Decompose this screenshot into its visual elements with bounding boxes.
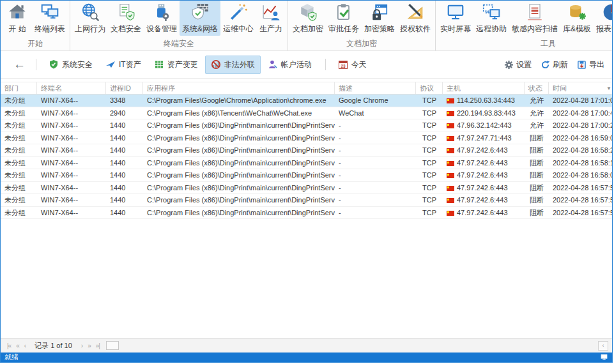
refresh-label: 刷新	[553, 59, 568, 70]
tab-account-activity[interactable]: 帐户活动	[262, 56, 318, 74]
cell-protocol: TCP	[416, 95, 443, 107]
illegal-connection-icon	[211, 59, 221, 70]
cell-protocol: TCP	[416, 207, 443, 219]
table-row[interactable]: 未分组WIN7-X64--1440C:\Program Files (x86)\…	[1, 207, 612, 220]
tab-asset-change[interactable]: 资产变更	[148, 56, 204, 74]
ribbon: 开 始 终端列表 开始 上网行为 文档安全	[1, 1, 612, 51]
ribbon-button-approval-task[interactable]: 审批任务	[326, 1, 362, 36]
ribbon-button-encrypt-policy[interactable]: 加密策略	[362, 1, 397, 36]
column-header-terminal[interactable]: 终端名	[37, 82, 106, 94]
cell-host: 47.97.242.6:443	[443, 169, 525, 181]
separator	[36, 59, 36, 70]
ribbon-button-realtime-screen[interactable]: 实时屏幕	[438, 1, 473, 36]
ribbon-button-remote-assist[interactable]: 远程协助	[473, 1, 509, 36]
ribbon-button-label: 上网行为	[75, 24, 105, 34]
ribbon-button-terminal-list[interactable]: 终端列表	[32, 1, 68, 36]
ribbon-button-label: 运维中心	[223, 24, 254, 34]
cell-terminal: WIN7-X64--	[37, 207, 106, 219]
cell-desc: -	[335, 132, 416, 144]
cell-protocol: TCP	[416, 157, 443, 169]
cell-host: 220.194.93.83:443	[443, 107, 525, 119]
data-grid: 部门 终端名 进程ID 应用程序 描述 协议 主机 状态 时间▼ 未分组WIN7…	[1, 79, 612, 362]
column-header-host[interactable]: 主机	[443, 82, 525, 94]
tab-system-security[interactable]: 系统安全	[43, 56, 98, 74]
ribbon-group-tools: 实时屏幕 远程协助 敏感内容扫描 库&模板 报表中心	[436, 1, 613, 50]
ribbon-button-licensed-software[interactable]: 授权软件	[397, 1, 433, 36]
pager-next-button[interactable]: ›	[79, 342, 85, 349]
pager-prev-button[interactable]: ‹	[22, 342, 28, 349]
pager-record-text: 记录 1 of 10	[35, 341, 72, 351]
china-flag-icon	[447, 173, 454, 178]
cell-time: 2022-04-28 16:58:01	[549, 169, 612, 181]
cell-terminal: WIN7-X64--	[37, 169, 106, 181]
china-flag-icon	[447, 98, 454, 103]
cell-time: 2022-04-28 16:57:54	[549, 194, 612, 206]
table-row[interactable]: 未分组WIN7-X64--3348C:\Program Files\Google…	[1, 95, 612, 107]
tab-illegal-connection[interactable]: 非法外联	[205, 56, 261, 74]
settings-button[interactable]: 设置	[504, 59, 532, 70]
column-header-status[interactable]: 状态	[525, 82, 549, 94]
ribbon-button-sensitive-scan[interactable]: 敏感内容扫描	[509, 1, 560, 36]
back-button[interactable]: ←	[10, 57, 29, 72]
table-row[interactable]: 未分组WIN7-X64--1440C:\Program Files (x86)\…	[1, 194, 612, 207]
cell-time: 2022-04-28 16:57:56	[549, 182, 612, 194]
system-network-icon	[190, 3, 210, 22]
pager-edit-box[interactable]	[106, 341, 119, 350]
table-row[interactable]: 未分组WIN7-X64--1440C:\Program Files (x86)\…	[1, 157, 612, 170]
cell-time: 2022-04-28 16:58:10	[549, 157, 612, 169]
ribbon-button-device-mgmt[interactable]: 设备管理	[144, 1, 180, 36]
column-header-time[interactable]: 时间▼	[549, 82, 612, 94]
ribbon-button-library-template[interactable]: 库&模板	[560, 1, 594, 36]
ribbon-button-label: 远程协助	[476, 24, 507, 34]
ribbon-button-doc-security[interactable]: 文档安全	[108, 1, 144, 36]
status-monitor-icon[interactable]	[600, 354, 608, 361]
ribbon-button-label: 设备管理	[146, 24, 177, 34]
ribbon-button-label: 加密策略	[364, 24, 395, 34]
table-row[interactable]: 未分组WIN7-X64--2940C:\Program Files (x86)\…	[1, 107, 612, 120]
date-filter-today[interactable]: 23 今天	[332, 56, 372, 74]
cell-app: C:\Program Files (x86)\DingPrint\main\cu…	[143, 169, 335, 181]
tab-label: 非法外联	[224, 59, 255, 70]
ribbon-button-system-network[interactable]: 系统&网络	[180, 1, 220, 36]
ribbon-button-report-center[interactable]: 报表中心	[594, 1, 613, 36]
column-header-pid[interactable]: 进程ID	[106, 82, 143, 94]
ribbon-button-home[interactable]: 开 始	[3, 1, 32, 36]
table-row[interactable]: 未分组WIN7-X64--1440C:\Program Files (x86)\…	[1, 119, 612, 132]
ribbon-button-label: 终端列表	[35, 24, 65, 34]
column-header-time-label: 时间	[553, 84, 567, 92]
tab-it-asset[interactable]: IT资产	[100, 56, 147, 74]
pager-prev-page-button[interactable]: «	[13, 342, 22, 349]
realtime-screen-icon	[446, 3, 465, 22]
cell-host: 47.96.32.142:443	[443, 119, 525, 132]
table-row[interactable]: 未分组WIN7-X64--1440C:\Program Files (x86)\…	[1, 182, 612, 195]
table-row[interactable]: 未分组WIN7-X64--1440C:\Program Files (x86)\…	[1, 132, 612, 145]
cell-app: C:\Program Files (x86)\DingPrint\main\cu…	[143, 144, 335, 156]
column-header-dept[interactable]: 部门	[1, 82, 37, 94]
column-header-protocol[interactable]: 协议	[416, 82, 443, 94]
ribbon-button-ops-center[interactable]: 运维中心	[220, 1, 256, 36]
cell-time: 2022-04-28 16:57:53	[549, 207, 612, 219]
export-button[interactable]: 导出	[577, 59, 604, 70]
ribbon-button-productivity[interactable]: 生产力	[256, 1, 286, 36]
horizontal-scroll-arrow[interactable]: ‹	[598, 341, 608, 351]
cell-dept: 未分组	[1, 157, 37, 169]
cell-app: C:\Program Files (x86)\DingPrint\main\cu…	[143, 194, 335, 206]
column-header-desc[interactable]: 描述	[335, 82, 416, 94]
cell-protocol: TCP	[416, 107, 443, 119]
tab-label: IT资产	[119, 59, 141, 70]
column-filter-dropdown-icon[interactable]: ▼	[606, 82, 611, 94]
pager-next-page-button[interactable]: »	[85, 342, 93, 349]
column-header-app[interactable]: 应用程序	[143, 82, 335, 94]
refresh-button[interactable]: 刷新	[541, 59, 568, 70]
china-flag-icon	[447, 148, 454, 153]
pager-last-button[interactable]: »|	[93, 342, 102, 349]
cell-time: 2022-04-28 17:00:42	[549, 107, 612, 119]
ribbon-button-doc-encrypt[interactable]: 文档加密	[290, 1, 326, 36]
ribbon-button-label: 报表中心	[596, 24, 613, 34]
cell-status: 允许	[525, 107, 549, 119]
pager-first-button[interactable]: |«	[4, 342, 13, 349]
ribbon-group-label: 终端安全	[72, 37, 286, 50]
ribbon-button-web-behavior[interactable]: 上网行为	[72, 1, 108, 36]
table-row[interactable]: 未分组WIN7-X64--1440C:\Program Files (x86)\…	[1, 169, 612, 182]
table-row[interactable]: 未分组WIN7-X64--1440C:\Program Files (x86)\…	[1, 144, 612, 157]
